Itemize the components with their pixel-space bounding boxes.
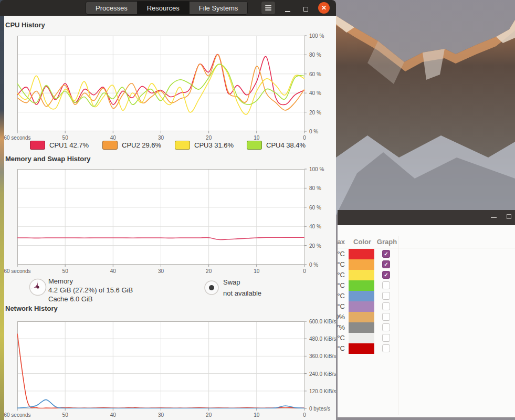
graph-checkbox-unchecked[interactable] (382, 323, 390, 331)
y-axis-label: 480.0 KiB/s (309, 336, 336, 342)
y-axis-label: 20 % (309, 110, 321, 116)
sensor-max-value: 3°C (338, 250, 345, 258)
sensor-minimize-button[interactable] (489, 210, 499, 220)
cpu1-legend: CPU1 42.7% (30, 141, 89, 150)
sensor-max-value: 0°C (338, 302, 345, 310)
sensor-color-swatch[interactable] (349, 343, 374, 354)
sensor-max-value: 9°C (338, 344, 345, 352)
y-axis-label: 100 % (309, 166, 324, 172)
tab-processes[interactable]: Processes (86, 2, 137, 14)
sensor-color-swatch[interactable] (349, 291, 374, 301)
cpu-history-chart: 100 %80 %60 %40 %20 %0 %60 seconds504030… (17, 36, 332, 141)
sensor-window-body: Max Color Graph 3°C✓3°C✓9°C✓3°C8°C0°C00%… (338, 225, 515, 417)
sensor-row[interactable]: 9°C✓ (338, 270, 515, 280)
column-header-color[interactable]: Color (350, 238, 375, 246)
graph-checkbox-unchecked[interactable] (382, 344, 390, 352)
graph-checkbox-checked[interactable]: ✓ (382, 271, 390, 279)
cpu3-legend: CPU3 31.6% (175, 141, 234, 150)
maximize-button[interactable] (300, 3, 311, 13)
sensor-row[interactable]: 0°C (338, 301, 515, 312)
x-axis-label: 10 (254, 135, 259, 141)
y-axis-label: 0 % (309, 262, 318, 268)
menu-button[interactable] (261, 2, 275, 14)
memory-cache: Cache 6.0 GiB (48, 295, 133, 303)
memory-legend-text: Memory 4.2 GiB (27.2%) of 15.6 GiB Cache… (48, 277, 133, 303)
close-button[interactable]: ✕ (318, 2, 330, 14)
memory-swap-chart: 100 %80 %60 %40 %20 %0 %60 seconds504030… (17, 169, 332, 274)
x-axis-label: 30 (158, 268, 164, 274)
panel-divider (398, 236, 398, 415)
sensor-color-swatch[interactable] (349, 280, 374, 291)
swap-circle-icon (204, 280, 219, 296)
maximize-icon (303, 7, 308, 12)
sensor-color-swatch[interactable] (349, 270, 374, 280)
cpu4-legend: CPU4 38.4% (247, 141, 306, 150)
sensor-row[interactable]: 3°C✓ (338, 249, 515, 259)
y-axis-label: 240.0 KiB/s (309, 371, 336, 377)
sensor-row[interactable]: 9°C (338, 343, 515, 354)
graph-checkbox-unchecked[interactable] (382, 302, 390, 310)
minimize-icon (285, 11, 290, 12)
x-axis-label: 0 (303, 412, 306, 418)
system-monitor-titlebar[interactable]: Processes Resources File Systems ✕ (0, 0, 336, 16)
network-history-chart: 600.0 KiB/s480.0 KiB/s360.0 KiB/s240.0 K… (17, 321, 332, 420)
y-axis-label: 80 % (309, 185, 321, 191)
graph-checkbox-unchecked[interactable] (382, 334, 390, 342)
x-axis-label: 30 (158, 412, 164, 418)
y-axis-label: 360.0 KiB/s (309, 353, 336, 359)
x-axis-label: 60 seconds (4, 135, 30, 141)
sensor-color-swatch[interactable] (349, 249, 374, 259)
sensor-row[interactable]: 3°C✓ (338, 259, 515, 270)
sensor-color-swatch[interactable] (349, 322, 374, 333)
memory-pie-icon (29, 278, 47, 297)
sensor-row[interactable]: 7% (338, 322, 515, 333)
tab-resources[interactable]: Resources (138, 2, 189, 14)
sensor-color-swatch[interactable] (349, 259, 374, 270)
y-axis-label: 20 % (309, 243, 321, 249)
y-axis-label: 600.0 KiB/s (309, 319, 336, 324)
graph-checkbox-unchecked[interactable] (382, 313, 390, 321)
sensor-color-swatch[interactable] (349, 312, 374, 322)
column-header-graph[interactable]: Graph (375, 238, 398, 246)
y-axis-label: 40 % (309, 90, 321, 96)
maximize-icon[interactable] (507, 214, 511, 219)
sensor-max-value: 8°C (338, 292, 345, 300)
swap-legend-text: Swap not available (223, 277, 261, 299)
graph-checkbox-checked[interactable]: ✓ (382, 250, 390, 258)
graph-checkbox-checked[interactable]: ✓ (382, 260, 390, 268)
mountain-graphic (336, 0, 515, 215)
graph-checkbox-unchecked[interactable] (382, 281, 390, 289)
sensor-row[interactable]: 3°C (338, 280, 515, 291)
tab-file-systems[interactable]: File Systems (190, 2, 247, 14)
sensor-window-titlebar[interactable] (338, 210, 515, 225)
cpu2-legend-label: CPU2 29.6% (122, 141, 161, 149)
wallpaper-mountain (336, 0, 515, 215)
cpu4-color-swatch (247, 141, 262, 150)
memory-swap-history-plot (17, 169, 307, 267)
x-axis-label: 40 (110, 135, 116, 141)
cpu3-color-swatch (175, 141, 190, 150)
network-history-heading: Network History (5, 304, 58, 312)
graph-checkbox-unchecked[interactable] (382, 292, 390, 300)
desktop: Processes Resources File Systems ✕ CPU H… (0, 0, 515, 420)
sensor-row[interactable]: 2°C (338, 333, 515, 343)
cpu1-legend-label: CPU1 42.7% (49, 141, 89, 149)
x-axis-label: 10 (254, 268, 259, 274)
sensor-max-value: 7% (338, 323, 345, 331)
minimize-button[interactable] (282, 3, 293, 13)
hamburger-icon (261, 5, 275, 10)
sensor-max-value: 9°C (338, 271, 345, 279)
sensor-table-rows: 3°C✓3°C✓9°C✓3°C8°C0°C00%7%2°C9°C (338, 249, 515, 354)
sensor-row[interactable]: 00% (338, 312, 515, 322)
sensor-color-swatch[interactable] (349, 301, 374, 312)
y-axis-label: 60 % (309, 71, 321, 77)
x-axis-label: 10 (254, 412, 259, 418)
sensor-row[interactable]: 8°C (338, 291, 515, 301)
sensor-max-value: 00% (338, 313, 345, 321)
cpu4-legend-label: CPU4 38.4% (266, 141, 306, 149)
column-header-max[interactable]: Max (338, 238, 345, 246)
sensor-color-swatch[interactable] (349, 333, 374, 343)
cpu-history-heading: CPU History (5, 21, 45, 29)
sensor-max-value: 3°C (338, 260, 345, 268)
swap-status: not available (223, 288, 261, 299)
